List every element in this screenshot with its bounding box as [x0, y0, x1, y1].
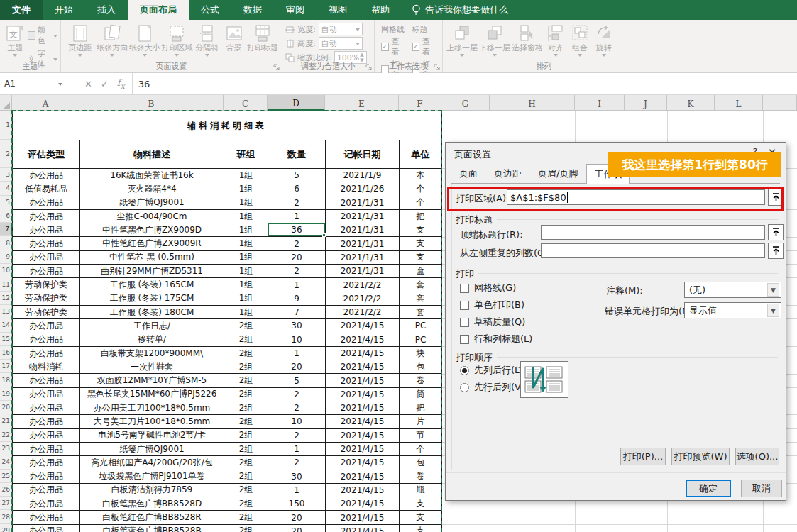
table-cell[interactable]: 卷 — [400, 470, 442, 483]
print-option-checkbox[interactable]: 单色打印(B) — [460, 299, 524, 311]
table-cell[interactable]: 1 — [268, 209, 326, 223]
table-cell[interactable]: 9 — [268, 292, 326, 305]
top-rows-collapse-button[interactable] — [768, 224, 784, 240]
table-cell[interactable]: 2组 — [224, 360, 268, 374]
table-cell[interactable]: 白板笔黑色广博BB8528D — [80, 497, 224, 511]
table-header-cell[interactable]: 记帐日期 — [326, 140, 400, 169]
table-cell[interactable]: 劳动保护类 — [13, 278, 80, 292]
row-header-11[interactable]: 11 — [0, 277, 12, 291]
table-cell[interactable]: 2021/4/15 — [326, 319, 400, 333]
ribbon-tab-3[interactable]: 插入 — [85, 0, 128, 20]
table-cell[interactable]: 块 — [400, 346, 442, 360]
table-cell[interactable]: 2组 — [224, 415, 268, 428]
table-cell[interactable]: 筒 — [400, 387, 442, 401]
ribbon-tab-9[interactable]: 帮助 — [359, 0, 402, 20]
row-header-25[interactable]: 25 — [0, 470, 12, 483]
print-option-checkbox[interactable]: 草稿质量(Q) — [460, 316, 525, 328]
table-cell[interactable]: 2021/4/15 — [326, 470, 400, 483]
background-button[interactable]: 背景 — [221, 23, 247, 52]
sheet-title-cell[interactable]: 辅料消耗明细表 — [13, 111, 442, 140]
table-cell[interactable]: 办公用品 — [13, 456, 80, 470]
table-cell[interactable]: 1组 — [224, 237, 268, 250]
table-cell[interactable]: 办公用品 — [13, 196, 80, 209]
column-header-F[interactable]: F — [399, 95, 441, 111]
row-header-8[interactable]: 8 — [0, 236, 12, 250]
table-cell[interactable]: 2021/1/31 — [326, 237, 400, 250]
table-cell[interactable]: 2021/1/31 — [326, 223, 400, 237]
row-header-6[interactable]: 6 — [0, 209, 12, 223]
table-cell[interactable]: 办公用品 — [13, 387, 80, 401]
table-cell[interactable]: 办公用品 — [13, 209, 80, 223]
themes-button[interactable]: 文 主题 — [3, 23, 28, 57]
table-cell[interactable]: 盒 — [400, 265, 442, 278]
table-cell[interactable]: 5 — [268, 169, 326, 182]
table-cell[interactable]: 套 — [400, 278, 442, 292]
ribbon-tab-2[interactable]: 开始 — [43, 0, 85, 20]
align-button[interactable]: 对齐 — [544, 23, 568, 57]
table-cell[interactable]: 10 — [268, 333, 326, 346]
dialog-tab-页面[interactable]: 页面 — [451, 164, 485, 183]
table-cell[interactable]: 卷 — [400, 374, 442, 387]
table-cell[interactable]: 2021/1/26 — [326, 182, 400, 196]
table-cell[interactable]: 30 — [268, 470, 326, 483]
table-cell[interactable]: 2021/2/2 — [326, 305, 400, 318]
left-cols-input[interactable] — [541, 243, 765, 258]
table-cell[interactable]: 1组 — [224, 305, 268, 318]
table-cell[interactable]: 中性笔芯-黑 (0.5mm) — [80, 250, 224, 264]
cancel-entry-icon[interactable]: ✕ — [84, 79, 92, 89]
row-header-9[interactable]: 9 — [0, 250, 12, 264]
table-cell[interactable]: 办公用品 — [13, 169, 80, 182]
ribbon-tab-8[interactable]: 视图 — [317, 0, 359, 20]
table-cell[interactable]: 2021/1/9 — [326, 169, 400, 182]
column-header-C[interactable]: C — [224, 95, 268, 111]
insert-function-icon[interactable]: fx — [117, 77, 125, 91]
table-cell[interactable]: 2021/4/15 — [326, 401, 400, 415]
row-header-10[interactable]: 10 — [0, 264, 12, 277]
row-header-28[interactable]: 28 — [0, 510, 12, 523]
table-cell[interactable]: 办公用品 — [13, 524, 80, 532]
table-cell[interactable]: 2021/1/31 — [326, 209, 400, 223]
table-cell[interactable]: 低值易耗品 — [13, 182, 80, 196]
dialog-tab-页眉/页脚[interactable]: 页眉/页脚 — [530, 164, 586, 183]
table-cell[interactable]: 尘推C-004/90Cm — [80, 209, 224, 223]
table-cell[interactable]: 2021/4/15 — [326, 346, 400, 360]
table-cell[interactable]: PC — [400, 333, 442, 346]
table-cell[interactable]: 支 — [400, 223, 442, 237]
table-cell[interactable]: 个 — [400, 182, 442, 196]
table-cell[interactable]: 劳动保护类 — [13, 292, 80, 305]
table-cell[interactable]: 黑色长尾夹15MM*60广博PJ5226 — [80, 387, 224, 401]
print-preview-button[interactable]: 打印预览(W) — [671, 448, 730, 465]
table-cell[interactable]: 2021/4/15 — [326, 428, 400, 442]
table-cell[interactable]: 2组 — [224, 346, 268, 360]
row-header-18[interactable]: 18 — [0, 373, 12, 387]
table-cell[interactable]: 2021/4/15 — [326, 415, 400, 428]
table-cell[interactable]: 办公用品 — [13, 223, 80, 237]
table-header-cell[interactable]: 单位 — [400, 140, 442, 169]
table-header-cell[interactable]: 评估类型 — [13, 140, 80, 169]
table-cell[interactable]: 办公用品 — [13, 250, 80, 264]
top-rows-input[interactable] — [541, 225, 765, 240]
column-header-G[interactable]: G — [441, 95, 490, 111]
table-cell[interactable]: 1组 — [224, 265, 268, 278]
table-cell[interactable]: 1组 — [224, 196, 268, 209]
table-cell[interactable]: 1组 — [224, 209, 268, 223]
table-cell[interactable]: 2组 — [224, 511, 268, 524]
table-cell[interactable]: 7 — [268, 305, 326, 318]
table-cell[interactable]: 2021/4/15 — [326, 483, 400, 497]
row-header-23[interactable]: 23 — [0, 442, 12, 455]
table-cell[interactable]: 36 — [268, 223, 326, 237]
table-cell[interactable]: 1 — [268, 346, 326, 360]
table-cell[interactable]: 2021/4/15 — [326, 374, 400, 387]
column-header-K[interactable]: K — [667, 95, 715, 111]
table-cell[interactable]: 2组 — [224, 333, 268, 346]
table-cell[interactable]: 1组 — [224, 292, 268, 305]
table-cell[interactable]: 白板带支架1200*900MM\ — [80, 346, 224, 360]
table-cell[interactable]: 2 — [268, 428, 326, 442]
table-cell[interactable]: 2021/2/2 — [326, 292, 400, 305]
table-cell[interactable]: 办公用品 — [13, 374, 80, 387]
table-cell[interactable]: 白板清洁剂得力7859 — [80, 483, 224, 497]
table-cell[interactable]: 1组 — [224, 250, 268, 264]
table-cell[interactable]: 2021/4/15 — [326, 333, 400, 346]
ribbon-tab-4[interactable]: 页面布局 — [128, 0, 189, 20]
table-cell[interactable]: 办公用品 — [13, 346, 80, 360]
